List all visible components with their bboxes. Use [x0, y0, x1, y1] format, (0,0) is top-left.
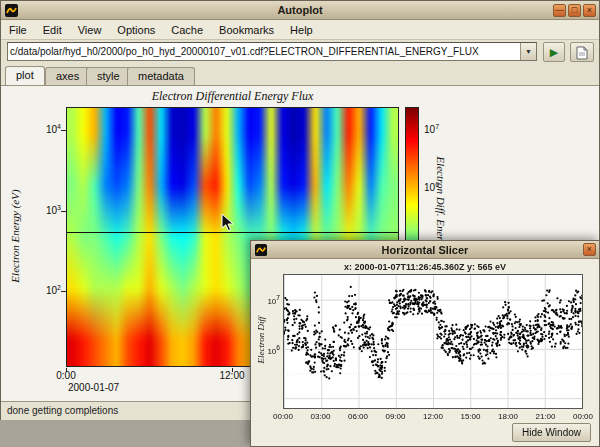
file-page-icon [576, 46, 589, 60]
close-button[interactable]: × [583, 4, 596, 17]
slicer-plot[interactable] [283, 274, 583, 409]
slicer-y-tick-1e6: 106 [251, 344, 280, 356]
menu-options[interactable]: Options [109, 21, 163, 39]
menu-view[interactable]: View [70, 21, 110, 39]
menu-cache[interactable]: Cache [163, 21, 211, 39]
go-button[interactable]: ▶ [543, 42, 565, 62]
slicer-window-title: Horizontal Slicer [251, 244, 599, 256]
maximize-button[interactable]: □ [568, 4, 581, 17]
x-axis-date: 2000-01-07 [68, 382, 119, 393]
autoplot-icon [5, 4, 18, 17]
tab-metadata[interactable]: metadata [127, 67, 195, 85]
address-combobox: ▼ [7, 42, 537, 61]
address-input[interactable] [8, 44, 520, 59]
status-text: done getting completions [7, 405, 118, 416]
slicer-x-tick: 15:00 [460, 412, 480, 421]
slicer-window: Horizontal Slicer × x: 2000-01-07T11:26:… [250, 240, 600, 447]
tab-bar: plot axes style metadata [1, 64, 599, 85]
slicer-x-tick: 12:00 [423, 412, 443, 421]
slicer-readout: x: 2000-01-07T11:26:45.360Z y: 565 eV [251, 262, 599, 272]
slicer-x-tick: 00:00 [573, 412, 593, 421]
slicer-canvas[interactable] [284, 275, 582, 408]
slicer-x-tick: 00:00 [273, 412, 293, 421]
address-dropdown-icon[interactable]: ▼ [520, 43, 536, 60]
desktop: { "desktop": { "background": "#a8a49a" }… [0, 0, 600, 447]
menu-help[interactable]: Help [282, 21, 321, 39]
y-tick-1e3: 103 [25, 204, 61, 216]
tab-style[interactable]: style [86, 67, 131, 85]
tab-plot[interactable]: plot [5, 66, 45, 85]
inspect-button[interactable] [570, 42, 594, 62]
main-titlebar[interactable]: Autoplot — □ × [1, 1, 599, 20]
window-title: Autoplot [1, 4, 599, 16]
slicer-close-button[interactable]: × [583, 243, 596, 256]
slicer-x-tick: 21:00 [535, 412, 555, 421]
y-axis-label: Electron Energy (eV) [9, 136, 21, 336]
hide-window-button[interactable]: Hide Window [512, 423, 591, 442]
mouse-cursor [221, 213, 235, 233]
minimize-button[interactable]: — [553, 4, 566, 17]
play-icon: ▶ [550, 46, 558, 58]
address-row: ▼ ▶ [1, 40, 599, 64]
slicer-y-tick-1e7: 107 [251, 294, 280, 306]
autoplot-icon [255, 244, 267, 256]
tab-axes[interactable]: axes [45, 67, 90, 85]
menu-bookmarks[interactable]: Bookmarks [211, 21, 282, 39]
y-tick-1e2: 102 [25, 284, 61, 296]
slicer-x-tick: 03:00 [310, 412, 330, 421]
slicer-x-tick: 18:00 [498, 412, 518, 421]
menu-edit[interactable]: Edit [35, 21, 70, 39]
slicer-x-ticks: 00:0003:0006:0009:0012:0015:0018:0021:00… [283, 412, 583, 422]
menu-file[interactable]: File [1, 21, 35, 39]
y-tick-1e4: 104 [25, 123, 61, 135]
plot-title: Electron Differential Energy Flux [66, 89, 399, 104]
slicer-x-tick: 09:00 [385, 412, 405, 421]
slicer-titlebar[interactable]: Horizontal Slicer × [251, 241, 599, 259]
slicer-x-tick: 06:00 [348, 412, 368, 421]
menubar: File Edit View Options Cache Bookmarks H… [1, 20, 599, 40]
